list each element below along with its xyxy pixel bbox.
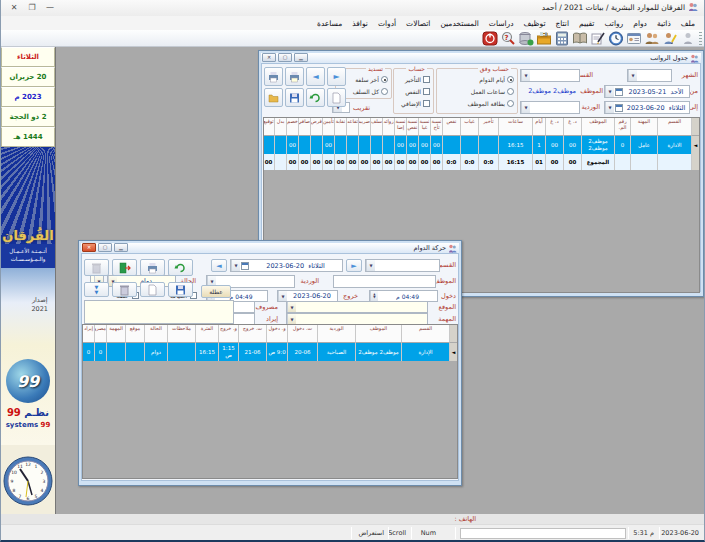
month-combo[interactable]: ▼ [627,69,672,82]
menu-item-4[interactable]: تقييم [574,19,599,28]
new-button[interactable] [140,282,165,297]
radio-كل السلف[interactable]: كل السلف [353,88,388,95]
mdi-area: الثلاثاء20 حزيران2023 م2 ذو الحجة1444 هـ… [1,47,704,514]
menu-item-5[interactable]: انتاج [550,19,574,28]
calc-groupbox: حساب وفق أيام الدوامساعات العملبطاقة الم… [436,68,518,114]
maximize-icon[interactable]: ▢ [278,53,292,62]
svg-text:8: 8 [13,488,16,493]
open-button[interactable] [264,88,283,107]
delete-row-button[interactable] [112,282,137,297]
svg-text:4: 4 [41,488,44,493]
dept-combo[interactable]: ▼ [520,69,580,82]
menu-item-1[interactable]: ذاتية [652,19,676,28]
menu-item-6[interactable]: توظيف [519,19,551,28]
maximize-icon[interactable]: ▢ [98,243,112,252]
toolbox-icon[interactable] [535,31,553,46]
refresh-button[interactable] [306,88,325,107]
print-button[interactable] [264,67,283,86]
attendance-window: حركة الدوام ✕ ▢ ▁ القسم ▼ ► ▼الثلاثاء 20… [78,240,462,486]
radio-بطاقة الموظف[interactable]: بطاقة الموظف [468,100,514,107]
user-edit-icon[interactable] [661,31,679,46]
checkbox-النقص[interactable]: النقص [405,88,430,95]
menu-item-7[interactable]: دراسات [484,19,519,28]
menu-item-9[interactable]: اتصالات [401,19,435,28]
prev-day-button[interactable]: ◄ [211,259,227,272]
minimize-icon[interactable]: ▁ [294,53,308,62]
menu-item-8[interactable]: المستخدمين [435,19,483,28]
svg-text:?: ? [505,34,509,42]
delete-button[interactable] [84,259,109,276]
phone-bar: الهاتف : [1,514,704,524]
search-icon[interactable]: ? [499,31,517,46]
save-button[interactable] [285,88,304,107]
menu-item-0[interactable]: ملف [676,19,700,28]
menu-item-12[interactable]: مساعدة [312,19,347,28]
database-icon[interactable] [517,31,535,46]
to-date-picker[interactable]: ▼الثلاثاء 2023-06-20 [604,101,690,114]
employee-input[interactable] [333,275,436,288]
calculator-icon[interactable] [553,31,571,46]
menu-item-10[interactable]: أدوات [373,19,401,28]
shift-label: الوردية [582,103,600,111]
next-day-button[interactable]: ► [346,259,362,272]
menu-item-11[interactable]: نوافذ [347,19,373,28]
next-button[interactable]: ► [327,67,346,86]
users-icon[interactable] [643,31,661,46]
attendance-grid[interactable]: القسمالموظفالورديةت. دخولو. دخولت. خروجو… [82,324,458,479]
status-scroll: Scroll [388,529,406,537]
dept-combo[interactable]: ▼ [365,259,440,272]
radio-ساعات العمل[interactable]: ساعات العمل [471,88,514,95]
exit-button[interactable] [112,259,137,276]
svg-text:9: 9 [11,479,14,484]
salary-window-titlebar[interactable]: جدول الرواتب ✕ ▢ ▁ [261,53,701,63]
save-button[interactable] [168,282,193,297]
salary-row[interactable]: ◄الادارةعامل0موظف2 موظف20000116:15000000… [264,136,699,154]
holiday-button[interactable]: عطلة [201,285,231,298]
month-label: الشهر [682,71,698,79]
status-input[interactable] [460,528,626,539]
checkbox-التأخير[interactable]: التأخير [405,76,430,83]
brand-name: الفُرقان [2,228,54,243]
expense-input[interactable] [233,301,255,313]
prev-button[interactable]: ◄ [306,67,325,86]
power-icon[interactable] [481,31,499,46]
date-picker[interactable]: ▼الثلاثاء 2023-06-20 [230,259,343,272]
notes-textarea[interactable] [84,300,234,324]
menu-item-2[interactable]: دوام [628,19,652,28]
logo-zone: 99 نظـم 99 systems 99 [1,345,55,445]
window-icon [448,244,457,253]
svg-text:3: 3 [43,479,46,484]
close-icon[interactable]: ✕ [82,243,96,252]
svg-text:6: 6 [27,496,30,501]
print-button[interactable] [140,259,165,276]
shift-combo[interactable]: ▼ [520,101,580,114]
location-label: الموقع [439,303,456,311]
checkbox-الإضافي[interactable]: الإضافي [401,100,430,107]
minimize-icon[interactable]: — [43,3,57,12]
close-icon[interactable]: ✕ [262,53,276,62]
id-card-icon[interactable] [625,31,643,46]
app-title: الفرقان للموارد البشرية / بيانات 2021 / … [542,2,698,12]
close-icon[interactable]: ✕ [7,3,21,12]
employee-value: موظف2 موظف2 [528,87,576,95]
new-button[interactable] [327,88,346,107]
restore-icon[interactable]: ❐ [25,3,39,12]
move-down-button[interactable]: ▼▼ [84,282,109,297]
attendance-row[interactable]: ◄الإدارةموظف2 موظف2الصباحية20-069:0 ص21-… [83,343,457,361]
salary-totals-row[interactable]: المجموع00000116:150:00:00:00000000000000… [264,154,699,170]
print-preview-button[interactable] [285,67,304,86]
employee-label: الموظف [580,87,603,95]
book-icon[interactable] [571,31,589,46]
menu-item-3[interactable]: رواتب [599,19,628,28]
minimize-icon[interactable]: ▁ [114,243,128,252]
attendance-window-titlebar[interactable]: حركة الدوام ✕ ▢ ▁ [81,243,459,253]
location-combo[interactable]: ▼ [286,301,428,313]
radio-أخر سلفة[interactable]: أخر سلفة [355,76,388,83]
pen-paper-icon[interactable] [589,31,607,46]
radio-أيام الدوام[interactable]: أيام الدوام [479,76,514,83]
user-gray-icon[interactable] [679,31,697,46]
slogan: أتـمـتـة الأعـمـالوالـمـؤسـسـات [1,244,55,268]
from-date-picker[interactable]: ▼الأحد 2023-05-21 [604,85,690,98]
refresh-button[interactable] [168,259,193,276]
clock-icon[interactable] [607,31,625,46]
